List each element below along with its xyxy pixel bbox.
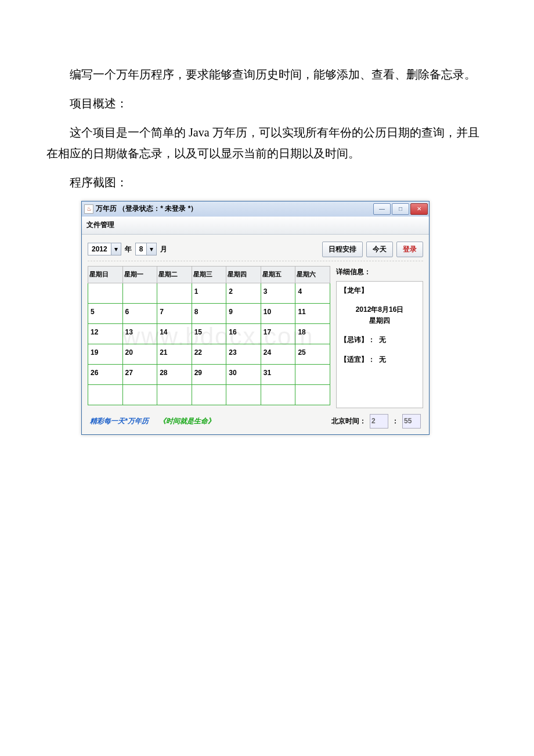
paragraph-requirement: 编写一个万年历程序，要求能够查询历史时间，能够添加、查看、删除备忘录。 [46,64,488,85]
day-cell[interactable]: 10 [261,303,295,323]
day-cell[interactable] [295,364,330,384]
day-cell[interactable]: 7 [157,303,192,323]
zodiac-year: 【龙年】 [340,285,419,296]
paragraph-overview-title: 项目概述： [46,93,488,114]
clock-label: 北京时间： [331,415,366,428]
day-cell[interactable]: 16 [226,323,261,344]
menu-file-manage[interactable]: 文件管理 [82,217,429,235]
weekday-header: 星期日 [88,267,123,283]
minimize-button[interactable]: — [373,203,391,215]
chevron-down-icon: ▾ [146,243,156,255]
maximize-button[interactable]: □ [392,203,409,215]
suit-label: 【适宜】： [340,355,375,363]
day-cell[interactable] [122,283,157,303]
app-screenshot: ♨ 万年历 （登录状态：* 未登录 *） — □ ✕ 文件管理 2012 ▾ 年… [81,201,430,435]
day-cell[interactable]: 26 [88,364,123,384]
day-cell[interactable]: 17 [261,323,295,344]
year-select-value: 2012 [88,243,111,256]
day-cell[interactable] [88,384,123,405]
day-cell[interactable]: 1 [192,283,226,303]
day-cell[interactable] [295,384,330,405]
window-button-group: — □ ✕ [373,203,428,215]
day-cell[interactable] [122,384,157,405]
toolbar: 2012 ▾ 年 8 ▾ 月 日程安排 今天 登录 [88,239,423,262]
day-cell[interactable] [226,384,261,405]
window-content: 2012 ▾ 年 8 ▾ 月 日程安排 今天 登录 [82,235,429,435]
detail-box: 【龙年】 2012年8月16日 星期四 【忌讳】： 无 【适宜】： 无 [336,281,423,408]
java-cup-icon: ♨ [84,204,93,214]
weekday-header: 星期一 [122,267,157,283]
status-bar: 精彩每一天*万年历 《时间就是生命》 北京时间： 2 ： 55 [88,408,423,431]
day-cell[interactable]: 5 [88,303,123,323]
day-cell[interactable]: 27 [122,364,157,384]
day-cell[interactable]: 28 [157,364,192,384]
chevron-down-icon: ▾ [111,243,121,255]
year-select[interactable]: 2012 ▾ [88,243,121,255]
login-button[interactable]: 登录 [396,242,423,258]
day-cell[interactable]: 9 [226,303,261,323]
month-select[interactable]: 8 ▾ [135,243,157,255]
day-cell[interactable]: 2 [226,283,261,303]
day-cell[interactable]: 30 [226,364,261,384]
selected-weekday: 星期四 [340,315,419,326]
calendar-wrap: 星期日 星期一 星期二 星期三 星期四 星期五 星期六 [88,266,330,408]
year-label: 年 [125,243,132,256]
clock-hour: 2 [370,414,388,429]
weekday-header: 星期三 [192,267,226,283]
day-cell[interactable]: 4 [295,283,330,303]
day-cell[interactable]: 22 [192,344,226,364]
suit-row: 【适宜】： 无 [340,354,419,365]
app-window: ♨ 万年历 （登录状态：* 未登录 *） — □ ✕ 文件管理 2012 ▾ 年… [81,201,430,435]
paragraph-overview-body: 这个项目是一个简单的 Java 万年历，可以实现所有年份的公历日期的查询，并且在… [46,122,488,164]
window-titlebar: ♨ 万年历 （登录状态：* 未登录 *） — □ ✕ [82,201,429,217]
calendar-table: 星期日 星期一 星期二 星期三 星期四 星期五 星期六 [88,266,330,405]
day-cell[interactable]: 15 [192,323,226,344]
paragraph-screenshot-label: 程序截图： [46,172,488,193]
detail-title: 详细信息： [336,266,423,279]
selected-date: 2012年8月16日 [340,304,419,315]
day-cell[interactable]: 8 [192,303,226,323]
weekday-header: 星期六 [295,267,330,283]
day-cell[interactable]: 31 [261,364,295,384]
status-slogan-mid: 《时间就是生命》 [159,415,215,428]
day-cell[interactable]: 19 [88,344,123,364]
day-cell[interactable]: 29 [192,364,226,384]
day-cell[interactable] [157,283,192,303]
day-cell[interactable] [192,384,226,405]
avoid-label: 【忌讳】： [340,336,375,344]
day-cell[interactable]: 24 [261,344,295,364]
schedule-button[interactable]: 日程安排 [322,242,363,258]
day-cell[interactable] [261,384,295,405]
day-cell[interactable] [88,283,123,303]
avoid-value: 无 [379,336,386,344]
today-button[interactable]: 今天 [366,242,393,258]
day-cell[interactable] [157,384,192,405]
weekday-header: 星期二 [157,267,192,283]
day-cell[interactable]: 21 [157,344,192,364]
day-cell[interactable]: 11 [295,303,330,323]
day-cell[interactable]: 25 [295,344,330,364]
day-cell[interactable]: 23 [226,344,261,364]
day-cell[interactable]: 20 [122,344,157,364]
weekday-header: 星期五 [261,267,295,283]
close-button[interactable]: ✕ [410,203,428,215]
suit-value: 无 [379,355,386,363]
window-title: 万年历 （登录状态：* 未登录 *） [96,203,373,215]
detail-panel: 详细信息： 【龙年】 2012年8月16日 星期四 【忌讳】： 无 【适宜】： … [336,266,423,408]
month-select-value: 8 [136,243,147,256]
day-cell[interactable]: 13 [122,323,157,344]
clock-sep: ： [392,415,399,428]
weekday-header: 星期四 [226,267,261,283]
month-label: 月 [160,243,167,256]
day-cell[interactable]: 6 [122,303,157,323]
day-cell[interactable]: 14 [157,323,192,344]
clock-minute: 55 [402,414,421,429]
day-cell[interactable]: 18 [295,323,330,344]
avoid-row: 【忌讳】： 无 [340,334,419,345]
status-slogan-left: 精彩每一天*万年历 [90,415,149,428]
day-cell[interactable]: 3 [261,283,295,303]
body-row: 星期日 星期一 星期二 星期三 星期四 星期五 星期六 [88,261,423,408]
day-cell[interactable]: 12 [88,323,123,344]
